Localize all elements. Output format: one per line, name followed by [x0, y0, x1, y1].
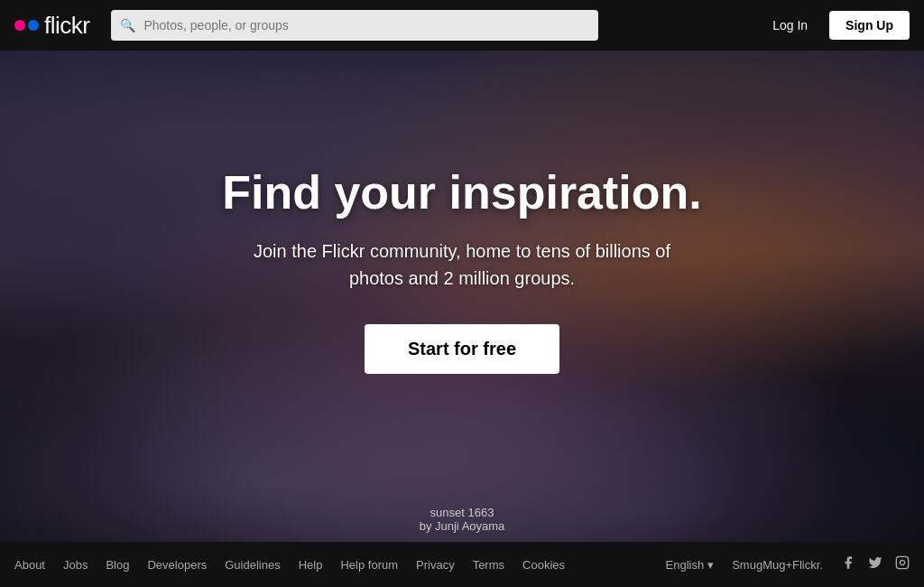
header: flickr 🔍 Log In Sign Up — [0, 0, 924, 51]
hero-content: Find your inspiration. Join the Flickr c… — [204, 165, 720, 374]
footer-link-guidelines[interactable]: Guidelines — [225, 558, 280, 572]
logo-dot-pink — [14, 20, 25, 31]
search-wrapper: 🔍 — [111, 10, 598, 41]
language-label: English — [666, 558, 705, 572]
footer-link-blog[interactable]: Blog — [106, 558, 129, 572]
hero-subtitle: Join the Flickr community, home to tens … — [222, 238, 702, 292]
footer: AboutJobsBlogDevelopersGuidelinesHelpHel… — [0, 542, 924, 587]
svg-rect-0 — [896, 556, 908, 568]
signup-button[interactable]: Sign Up — [829, 11, 910, 40]
search-input[interactable] — [111, 10, 598, 41]
header-actions: Log In Sign Up — [762, 11, 910, 40]
hero-title: Find your inspiration. — [222, 165, 702, 219]
footer-link-developers[interactable]: Developers — [147, 558, 207, 572]
footer-link-about[interactable]: About — [14, 558, 45, 572]
twitter-icon[interactable] — [868, 555, 882, 573]
instagram-icon[interactable] — [895, 555, 910, 573]
search-container: 🔍 — [111, 10, 598, 41]
footer-link-cookies[interactable]: Cookies — [522, 558, 565, 572]
logo[interactable]: flickr — [14, 12, 89, 40]
footer-link-privacy[interactable]: Privacy — [416, 558, 455, 572]
search-icon: 🔍 — [120, 18, 135, 33]
footer-social — [841, 555, 910, 573]
footer-link-terms[interactable]: Terms — [473, 558, 504, 572]
footer-link-jobs[interactable]: Jobs — [63, 558, 88, 572]
photo-credit-author: by Junji Aoyama — [420, 519, 505, 533]
hero-section: Find your inspiration. Join the Flickr c… — [0, 51, 924, 542]
logo-dot-blue — [28, 20, 39, 31]
footer-brand: SmugMug+Flickr. — [732, 558, 823, 572]
login-button[interactable]: Log In — [762, 13, 818, 38]
facebook-icon[interactable] — [841, 555, 855, 573]
language-selector[interactable]: English▾ — [666, 558, 715, 572]
footer-link-help[interactable]: Help — [299, 558, 323, 572]
footer-link-help-forum[interactable]: Help forum — [340, 558, 398, 572]
start-for-free-button[interactable]: Start for free — [365, 324, 559, 374]
logo-dots — [14, 20, 39, 31]
photo-credit-title: sunset 1663 — [420, 506, 505, 519]
logo-text: flickr — [44, 12, 89, 40]
photo-credit: sunset 1663 by Junji Aoyama — [420, 506, 505, 533]
chevron-down-icon: ▾ — [707, 558, 714, 572]
